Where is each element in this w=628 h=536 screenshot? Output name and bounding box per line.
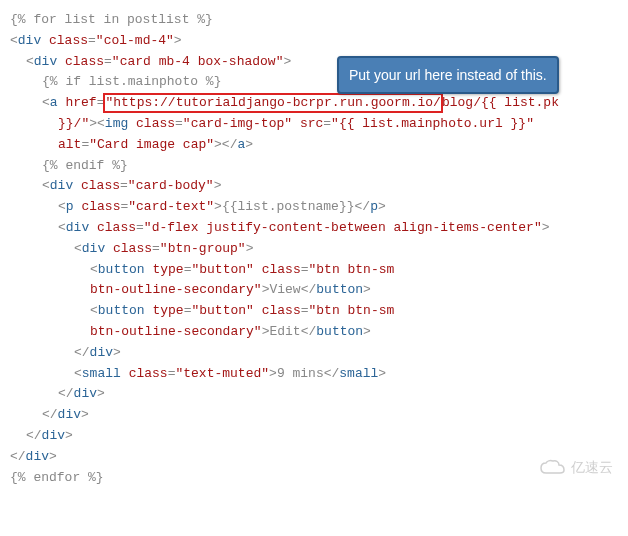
code-line: btn-outline-secondary">Edit</button> [10,322,618,343]
code-line: {% endfor %} [10,468,618,489]
code-line: <a href="https://tutorialdjango-bcrpr.ru… [10,93,618,114]
code-line: }}/"><img class="card-img-top" src="{{ l… [10,114,618,135]
code-line: <p class="card-text">{{list.postname}}</… [10,197,618,218]
code-line: btn-outline-secondary">View</button> [10,280,618,301]
code-line: {% for list in postlist %} [10,10,618,31]
code-line: <div class="d-flex justify-content-betwe… [10,218,618,239]
code-line: </div> [10,447,618,468]
code-line: alt="Card image cap"></a> [10,135,618,156]
code-line: <div class="card-body"> [10,176,618,197]
code-line: </div> [10,426,618,447]
code-line: <div class="col-md-4"> [10,31,618,52]
callout-annotation: Put your url here instead of this. [337,56,559,94]
highlighted-url: "https://tutorialdjango-bcrpr.run.goorm.… [103,93,442,113]
watermark: 亿速云 [539,456,613,478]
cloud-icon [539,459,567,477]
code-line: </div> [10,343,618,364]
code-line: </div> [10,405,618,426]
callout-text: Put your url here instead of this. [349,67,547,83]
code-line: <div class="btn-group"> [10,239,618,260]
code-line: <button type="button" class="btn btn-sm [10,301,618,322]
code-line: <small class="text-muted">9 mins</small> [10,364,618,385]
code-line: {% endif %} [10,156,618,177]
code-line: </div> [10,384,618,405]
watermark-text: 亿速云 [571,459,613,475]
code-line: <button type="button" class="btn btn-sm [10,260,618,281]
